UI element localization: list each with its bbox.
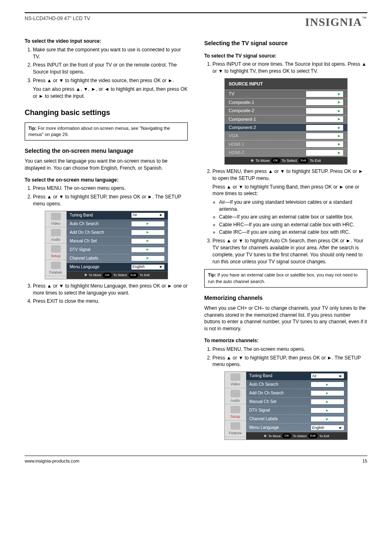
- chevron-right-icon: ►: [339, 425, 343, 431]
- osd-source-item[interactable]: TV►: [225, 90, 347, 98]
- setup-icon: [51, 245, 61, 253]
- osd-setup-menu: Video Audio Setup Feature Tuning BandAir…: [224, 371, 348, 440]
- tip-text: If you have an external cable box or sat…: [208, 272, 357, 283]
- osd-value-box: ►: [131, 221, 164, 226]
- osd-nav-video[interactable]: Video: [225, 372, 246, 388]
- step-text: Press EXIT to close the menu.: [33, 298, 99, 304]
- osd-nav-audio[interactable]: Audio: [225, 388, 246, 405]
- chevron-right-icon: ►: [146, 221, 150, 226]
- osd-row[interactable]: Auto Ch Search►: [67, 220, 168, 228]
- right-column: Selecting the TV signal source To select…: [204, 33, 367, 443]
- osd-label: Channel Labels: [249, 416, 311, 422]
- step: Press MENU. The on-screen menu opens.: [212, 346, 367, 353]
- chevron-right-icon: ►: [325, 417, 329, 422]
- step-text: Press ▲ or ▼ to highlight the video sour…: [33, 78, 174, 83]
- step-text: Press ▲ or ▼ to highlight Auto Ch Search…: [212, 238, 363, 264]
- steps-menulang: Press MENU. The on-screen menu opens. Pr…: [25, 185, 188, 207]
- osd-row[interactable]: Add On Ch Search►: [67, 228, 168, 237]
- osd-row[interactable]: DTV Signal►: [67, 246, 168, 254]
- osd-box: ►: [306, 108, 343, 114]
- chevron-right-icon: ►: [337, 99, 341, 105]
- step: Make sure that the component you want to…: [33, 46, 188, 60]
- setup-icon: [231, 406, 240, 413]
- step-sub: Press ▲ or ▼ to highlight Tuning Band, t…: [212, 184, 367, 198]
- osd-source-item[interactable]: Component-1►: [225, 115, 347, 123]
- bullet: Cable IRC—If you are using an external c…: [219, 229, 367, 236]
- osd-nav-video[interactable]: Video: [45, 211, 67, 228]
- osd-source-item[interactable]: Composite-2►: [225, 106, 347, 115]
- ok-pill: OK: [282, 433, 291, 438]
- menulang-intro: You can select the language you want the…: [25, 158, 188, 172]
- steps-src: Press INPUT one or more times. The Sourc…: [204, 61, 367, 75]
- chevron-right-icon: ►: [146, 256, 150, 261]
- video-icon: [231, 373, 240, 381]
- osd-row[interactable]: Channel Labels►: [246, 415, 347, 424]
- tip-text: For more information about on-screen men…: [28, 126, 170, 137]
- osd-nav-feature[interactable]: Feature: [45, 260, 67, 276]
- osd-label: TV: [229, 91, 306, 97]
- osd-value-box: ►: [311, 417, 344, 421]
- osd-row-menu-language[interactable]: Menu LanguageEnglish►: [67, 263, 168, 272]
- osd-nav-setup[interactable]: Setup: [225, 404, 246, 421]
- osd-source-item-selected[interactable]: Component-2►: [225, 123, 347, 131]
- brand-tm: ™: [362, 16, 367, 21]
- osd-footer: ✥ To Move OK To Select Exit To Exit: [225, 157, 347, 165]
- step-text: Make sure that the component you want to…: [33, 47, 181, 60]
- chevron-right-icon: ►: [325, 391, 329, 396]
- steps-menulang-cont: Press ▲ or ▼ to highlight Menu Language,…: [25, 283, 188, 305]
- osd-label: Tuning Band: [70, 212, 131, 218]
- step: Press ▲ or ▼ to highlight SETUP, then pr…: [33, 193, 188, 207]
- steps-mem: Press MENU. The on-screen menu opens. Pr…: [204, 346, 367, 368]
- osd-row-menu-language[interactable]: Menu LanguageEnglish►: [246, 424, 347, 432]
- osd-source-item[interactable]: Composite-1►: [225, 98, 347, 106]
- chevron-right-icon: ►: [337, 125, 341, 131]
- step: Press MENU, then press ▲ or ▼ to highlig…: [212, 168, 367, 236]
- osd-value-box: English►: [131, 265, 164, 269]
- osd-nav-audio[interactable]: Audio: [45, 227, 67, 244]
- osd-label: Component-2: [229, 124, 306, 131]
- osd-row[interactable]: Auto Ch Search►: [246, 380, 347, 389]
- osd-row[interactable]: Channel Labels►: [67, 254, 168, 263]
- chevron-right-icon: ►: [337, 108, 341, 114]
- osd-value-box: ►: [131, 239, 164, 244]
- mem-heading: To memorize channels:: [204, 337, 367, 344]
- osd-source-item[interactable]: HDMI-1►: [225, 140, 347, 148]
- osd-nav-feature[interactable]: Feature: [225, 421, 246, 437]
- chevron-right-icon: ►: [337, 116, 341, 122]
- step-text: Press MENU. The on-screen menu opens.: [33, 185, 126, 191]
- osd-row-tuning-band[interactable]: Tuning BandAir►: [246, 372, 347, 380]
- osd-label: Manual Ch Set: [70, 238, 131, 244]
- menulang-title: Selecting the on-screen menu language: [25, 147, 188, 155]
- chevron-right-icon: ►: [337, 91, 341, 97]
- step: Press EXIT to close the menu.: [33, 298, 188, 305]
- brand-name: INSIGNIA: [305, 16, 362, 28]
- osd-value-box: ►: [131, 247, 164, 252]
- osd-row[interactable]: DTV Signal►: [246, 406, 347, 415]
- osd-value-box: Air►: [311, 373, 344, 378]
- osd-row[interactable]: Manual Ch Set►: [67, 237, 168, 246]
- chevron-right-icon: ►: [337, 133, 341, 139]
- mem-title: Memorizing channels: [204, 294, 367, 302]
- feature-icon: [231, 422, 240, 430]
- step-text: Press ▲ or ▼ to highlight SETUP, then pr…: [212, 355, 361, 368]
- step: Press INPUT one or more times. The Sourc…: [212, 61, 367, 75]
- mem-intro: When you use CH+ or CH– to change channe…: [204, 305, 367, 332]
- exit-pill: Exit: [129, 273, 138, 278]
- osd-source-item[interactable]: VGA►: [225, 131, 347, 140]
- chevron-right-icon: ►: [325, 382, 329, 387]
- osd-value: English: [133, 264, 145, 269]
- header-rule: [25, 12, 367, 13]
- osd-nav: Video Audio Setup Feature: [225, 372, 246, 440]
- osd-nav-setup[interactable]: Setup: [45, 244, 67, 260]
- step-sub: You can also press ▲, ▼, ►, or ◄ to high…: [33, 86, 188, 100]
- osd-row[interactable]: Manual Ch Set►: [246, 398, 347, 406]
- osd-label: Add On Ch Search: [70, 230, 131, 235]
- ok-pill: OK: [271, 158, 280, 163]
- step: Press ▲ or ▼ to highlight the video sour…: [33, 77, 188, 99]
- osd-row-tuning-band[interactable]: Tuning BandAir►: [67, 211, 168, 220]
- osd-value: Air: [133, 212, 137, 218]
- osd-source-item[interactable]: HDMI-2►: [225, 148, 347, 157]
- osd-value-box: English►: [311, 425, 344, 430]
- chevron-right-icon: ►: [159, 212, 163, 218]
- osd-row[interactable]: Add On Ch Search►: [246, 389, 347, 398]
